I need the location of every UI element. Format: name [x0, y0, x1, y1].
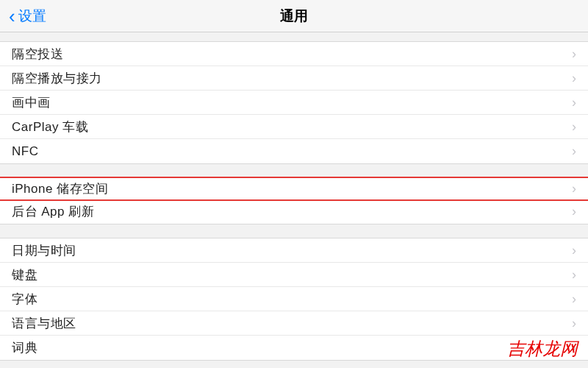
row-label: 词典: [12, 339, 37, 356]
chevron-right-icon: ›: [572, 340, 576, 355]
row-right: ›: [572, 181, 576, 197]
chevron-right-icon: ›: [572, 71, 576, 86]
row-right: ›: [572, 46, 576, 62]
row-right: ›: [572, 71, 576, 86]
chevron-right-icon: ›: [572, 204, 576, 219]
row-label: 字体: [12, 291, 37, 308]
settings-row[interactable]: CarPlay 车载›: [0, 115, 588, 139]
settings-row[interactable]: 隔空播放与接力›: [0, 66, 588, 91]
row-label: 隔空投送: [12, 46, 63, 63]
row-label: CarPlay 车载: [12, 118, 88, 135]
row-right: ›: [572, 119, 576, 135]
back-label: 设置: [18, 7, 46, 26]
chevron-right-icon: ›: [572, 144, 576, 159]
row-right: ›: [572, 340, 576, 355]
settings-list: 隔空投送›隔空播放与接力›画中画›CarPlay 车载›NFC›iPhone 储…: [0, 32, 588, 368]
settings-row[interactable]: 词典›: [0, 336, 588, 360]
chevron-right-icon: ›: [572, 119, 576, 135]
settings-group: 日期与时间›键盘›字体›语言与地区›词典›: [0, 238, 588, 361]
row-label: iPhone 储存空间: [12, 180, 108, 197]
settings-row[interactable]: iPhone 储存空间›: [0, 177, 588, 201]
nav-header: ‹ 设置 通用: [0, 0, 588, 32]
row-right: ›: [572, 144, 576, 159]
chevron-right-icon: ›: [572, 316, 576, 331]
row-label: 隔空播放与接力: [12, 70, 102, 87]
chevron-right-icon: ›: [572, 291, 576, 307]
settings-row[interactable]: 画中画›: [0, 91, 588, 115]
row-label: 后台 App 刷新: [12, 203, 94, 220]
settings-group: 隔空投送›隔空播放与接力›画中画›CarPlay 车载›NFC›: [0, 41, 588, 164]
row-label: 键盘: [12, 266, 37, 283]
row-label: 画中画: [12, 94, 51, 111]
settings-row[interactable]: 隔空投送›: [0, 42, 588, 66]
settings-row[interactable]: NFC›: [0, 139, 588, 163]
row-label: 日期与时间: [12, 242, 76, 259]
chevron-right-icon: ›: [572, 46, 576, 62]
chevron-right-icon: ›: [572, 243, 576, 258]
chevron-right-icon: ›: [572, 267, 576, 283]
back-button[interactable]: ‹ 设置: [0, 7, 46, 26]
row-right: ›: [572, 291, 576, 307]
chevron-left-icon: ‹: [9, 7, 15, 26]
settings-row[interactable]: 语言与地区›: [0, 311, 588, 336]
row-right: ›: [572, 267, 576, 283]
row-right: ›: [572, 95, 576, 110]
settings-row[interactable]: 后台 App 刷新›: [0, 199, 588, 224]
row-right: ›: [572, 204, 576, 219]
settings-row[interactable]: 字体›: [0, 287, 588, 311]
row-right: ›: [572, 316, 576, 331]
row-label: NFC: [12, 144, 38, 159]
settings-row[interactable]: 日期与时间›: [0, 238, 588, 263]
row-right: ›: [572, 243, 576, 258]
chevron-right-icon: ›: [572, 181, 576, 197]
row-label: 语言与地区: [12, 315, 76, 332]
settings-row[interactable]: 键盘›: [0, 263, 588, 287]
page-title: 通用: [280, 7, 308, 26]
settings-group: iPhone 储存空间›后台 App 刷新›: [0, 177, 588, 224]
chevron-right-icon: ›: [572, 95, 576, 110]
